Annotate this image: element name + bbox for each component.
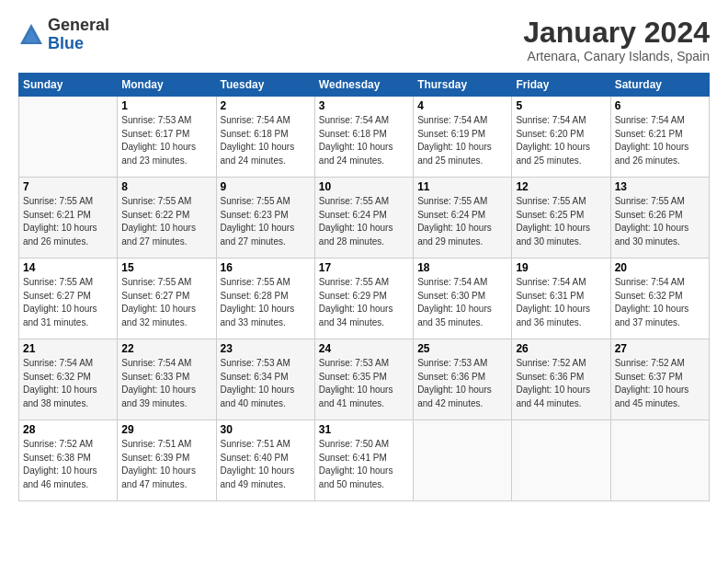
weekday-header-sunday: Sunday <box>19 74 118 97</box>
day-number: 23 <box>221 342 311 355</box>
calendar-cell: 13Sunrise: 7:55 AM Sunset: 6:26 PM Dayli… <box>610 178 709 259</box>
day-number: 8 <box>121 180 211 193</box>
day-number: 20 <box>615 261 705 274</box>
day-number: 13 <box>615 180 705 193</box>
day-info: Sunrise: 7:52 AM Sunset: 6:38 PM Dayligh… <box>23 438 113 491</box>
day-info: Sunrise: 7:53 AM Sunset: 6:35 PM Dayligh… <box>319 357 409 410</box>
calendar-cell: 8Sunrise: 7:55 AM Sunset: 6:22 PM Daylig… <box>118 178 216 259</box>
calendar-cell: 30Sunrise: 7:51 AM Sunset: 6:40 PM Dayli… <box>216 420 314 501</box>
calendar-table: SundayMondayTuesdayWednesdayThursdayFrid… <box>18 73 710 501</box>
day-info: Sunrise: 7:53 AM Sunset: 6:17 PM Dayligh… <box>121 114 211 167</box>
day-info: Sunrise: 7:55 AM Sunset: 6:24 PM Dayligh… <box>319 195 409 248</box>
day-info: Sunrise: 7:55 AM Sunset: 6:22 PM Dayligh… <box>121 195 211 248</box>
day-info: Sunrise: 7:54 AM Sunset: 6:32 PM Dayligh… <box>615 276 705 329</box>
calendar-cell <box>512 420 610 501</box>
calendar-cell: 26Sunrise: 7:52 AM Sunset: 6:36 PM Dayli… <box>512 339 610 420</box>
calendar-cell: 29Sunrise: 7:51 AM Sunset: 6:39 PM Dayli… <box>118 420 216 501</box>
calendar-cell: 22Sunrise: 7:54 AM Sunset: 6:33 PM Dayli… <box>118 339 216 420</box>
day-number: 5 <box>516 99 606 112</box>
logo: General Blue <box>18 17 109 53</box>
day-number: 6 <box>615 99 705 112</box>
calendar-cell: 27Sunrise: 7:52 AM Sunset: 6:37 PM Dayli… <box>610 339 709 420</box>
calendar-cell: 20Sunrise: 7:54 AM Sunset: 6:32 PM Dayli… <box>610 259 709 339</box>
week-row-4: 21Sunrise: 7:54 AM Sunset: 6:32 PM Dayli… <box>19 339 710 420</box>
calendar-cell: 28Sunrise: 7:52 AM Sunset: 6:38 PM Dayli… <box>19 420 118 501</box>
calendar-cell: 5Sunrise: 7:54 AM Sunset: 6:20 PM Daylig… <box>512 97 610 178</box>
day-number: 25 <box>417 342 507 355</box>
day-info: Sunrise: 7:55 AM Sunset: 6:26 PM Dayligh… <box>615 195 705 248</box>
day-number: 3 <box>319 99 409 112</box>
logo-blue: Blue <box>48 34 84 52</box>
day-info: Sunrise: 7:54 AM Sunset: 6:18 PM Dayligh… <box>221 114 311 167</box>
day-number: 10 <box>319 180 409 193</box>
calendar-subtitle: Artenara, Canary Islands, Spain <box>523 49 710 63</box>
day-number: 1 <box>121 99 211 112</box>
day-number: 27 <box>615 342 705 355</box>
weekday-header-tuesday: Tuesday <box>216 74 314 97</box>
day-number: 7 <box>23 180 113 193</box>
day-info: Sunrise: 7:51 AM Sunset: 6:40 PM Dayligh… <box>221 438 311 491</box>
day-number: 30 <box>221 423 311 436</box>
day-number: 24 <box>319 342 409 355</box>
week-row-2: 7Sunrise: 7:55 AM Sunset: 6:21 PM Daylig… <box>19 178 710 259</box>
day-info: Sunrise: 7:55 AM Sunset: 6:27 PM Dayligh… <box>23 276 113 329</box>
day-info: Sunrise: 7:52 AM Sunset: 6:37 PM Dayligh… <box>615 357 705 410</box>
day-info: Sunrise: 7:55 AM Sunset: 6:24 PM Dayligh… <box>417 195 507 248</box>
calendar-cell: 19Sunrise: 7:54 AM Sunset: 6:31 PM Dayli… <box>512 259 610 339</box>
calendar-cell: 25Sunrise: 7:53 AM Sunset: 6:36 PM Dayli… <box>414 339 512 420</box>
day-info: Sunrise: 7:55 AM Sunset: 6:23 PM Dayligh… <box>221 195 311 248</box>
day-info: Sunrise: 7:50 AM Sunset: 6:41 PM Dayligh… <box>319 438 409 491</box>
day-info: Sunrise: 7:54 AM Sunset: 6:19 PM Dayligh… <box>417 114 507 167</box>
day-number: 31 <box>319 423 409 436</box>
calendar-header: General Blue January 2024 Artenara, Cana… <box>18 17 710 63</box>
day-info: Sunrise: 7:52 AM Sunset: 6:36 PM Dayligh… <box>516 357 606 410</box>
calendar-cell: 3Sunrise: 7:54 AM Sunset: 6:18 PM Daylig… <box>314 97 413 178</box>
day-number: 12 <box>516 180 606 193</box>
day-number: 15 <box>121 261 211 274</box>
day-number: 2 <box>221 99 311 112</box>
weekday-header-thursday: Thursday <box>414 74 512 97</box>
day-info: Sunrise: 7:54 AM Sunset: 6:33 PM Dayligh… <box>121 357 211 410</box>
calendar-cell: 14Sunrise: 7:55 AM Sunset: 6:27 PM Dayli… <box>19 259 118 339</box>
week-row-5: 28Sunrise: 7:52 AM Sunset: 6:38 PM Dayli… <box>19 420 710 501</box>
calendar-cell: 7Sunrise: 7:55 AM Sunset: 6:21 PM Daylig… <box>19 178 118 259</box>
calendar-cell: 12Sunrise: 7:55 AM Sunset: 6:25 PM Dayli… <box>512 178 610 259</box>
day-number: 4 <box>417 99 507 112</box>
day-number: 11 <box>417 180 507 193</box>
calendar-cell: 16Sunrise: 7:55 AM Sunset: 6:28 PM Dayli… <box>216 259 314 339</box>
weekday-header-wednesday: Wednesday <box>314 74 413 97</box>
calendar-title: January 2024 <box>523 17 710 49</box>
calendar-cell: 17Sunrise: 7:55 AM Sunset: 6:29 PM Dayli… <box>314 259 413 339</box>
calendar-cell: 24Sunrise: 7:53 AM Sunset: 6:35 PM Dayli… <box>314 339 413 420</box>
day-info: Sunrise: 7:54 AM Sunset: 6:31 PM Dayligh… <box>516 276 606 329</box>
weekday-header-row: SundayMondayTuesdayWednesdayThursdayFrid… <box>19 74 710 97</box>
week-row-3: 14Sunrise: 7:55 AM Sunset: 6:27 PM Dayli… <box>19 259 710 339</box>
day-number: 16 <box>221 261 311 274</box>
day-number: 28 <box>23 423 113 436</box>
day-info: Sunrise: 7:53 AM Sunset: 6:36 PM Dayligh… <box>417 357 507 410</box>
day-info: Sunrise: 7:55 AM Sunset: 6:29 PM Dayligh… <box>319 276 409 329</box>
day-number: 9 <box>221 180 311 193</box>
calendar-cell: 11Sunrise: 7:55 AM Sunset: 6:24 PM Dayli… <box>414 178 512 259</box>
calendar-cell: 2Sunrise: 7:54 AM Sunset: 6:18 PM Daylig… <box>216 97 314 178</box>
day-info: Sunrise: 7:53 AM Sunset: 6:34 PM Dayligh… <box>221 357 311 410</box>
logo-icon <box>18 22 44 48</box>
day-number: 19 <box>516 261 606 274</box>
day-info: Sunrise: 7:55 AM Sunset: 6:28 PM Dayligh… <box>221 276 311 329</box>
day-info: Sunrise: 7:54 AM Sunset: 6:30 PM Dayligh… <box>417 276 507 329</box>
week-row-1: 1Sunrise: 7:53 AM Sunset: 6:17 PM Daylig… <box>19 97 710 178</box>
day-info: Sunrise: 7:54 AM Sunset: 6:18 PM Dayligh… <box>319 114 409 167</box>
calendar-cell: 18Sunrise: 7:54 AM Sunset: 6:30 PM Dayli… <box>414 259 512 339</box>
day-number: 29 <box>121 423 211 436</box>
day-number: 26 <box>516 342 606 355</box>
logo-general: General <box>48 16 109 34</box>
calendar-page: General Blue January 2024 Artenara, Cana… <box>0 0 728 563</box>
calendar-cell: 6Sunrise: 7:54 AM Sunset: 6:21 PM Daylig… <box>610 97 709 178</box>
weekday-header-saturday: Saturday <box>610 74 709 97</box>
weekday-header-monday: Monday <box>118 74 216 97</box>
calendar-cell: 4Sunrise: 7:54 AM Sunset: 6:19 PM Daylig… <box>414 97 512 178</box>
calendar-cell: 31Sunrise: 7:50 AM Sunset: 6:41 PM Dayli… <box>314 420 413 501</box>
day-number: 14 <box>23 261 113 274</box>
calendar-cell: 1Sunrise: 7:53 AM Sunset: 6:17 PM Daylig… <box>118 97 216 178</box>
calendar-cell: 9Sunrise: 7:55 AM Sunset: 6:23 PM Daylig… <box>216 178 314 259</box>
